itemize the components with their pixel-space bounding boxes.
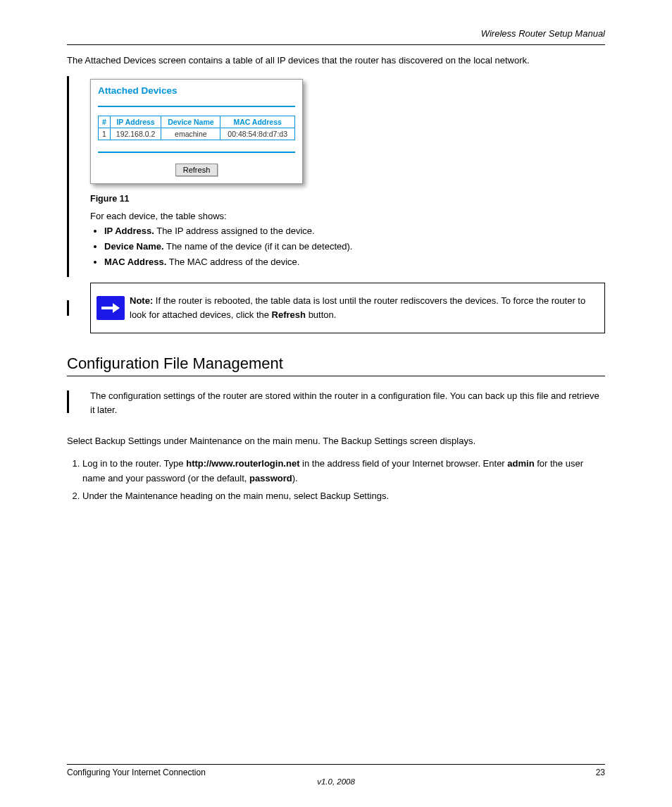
- note-text: Note: If the router is rebooted, the tab…: [130, 283, 604, 333]
- divider-top: [67, 44, 605, 45]
- change-bar: [67, 76, 69, 276]
- page-header-title: Wireless Router Setup Manual: [67, 28, 605, 43]
- bullet-label: IP Address.: [104, 226, 154, 236]
- note-body-2: button.: [306, 309, 336, 320]
- devices-table: # IP Address Device Name MAC Address 1 1…: [98, 116, 295, 140]
- bullet-text: The IP address assigned to the device.: [154, 226, 315, 236]
- change-bar: [67, 300, 69, 316]
- col-header-mac: MAC Address: [220, 116, 295, 128]
- divider-section: [67, 376, 605, 376]
- info-list: IP Address. The IP address assigned to t…: [90, 224, 605, 269]
- step2-text: Under the Maintenance heading on the mai…: [82, 491, 389, 501]
- footer-version: v1.0, 2008: [317, 777, 355, 786]
- attached-devices-panel: Attached Devices # IP Address Device Nam…: [90, 79, 303, 184]
- list-item: IP Address. The IP address assigned to t…: [104, 224, 605, 238]
- footer-page-number: 23: [596, 768, 605, 777]
- changed-block-note: Note: If the router is rebooted, the tab…: [67, 283, 605, 333]
- bullet-label: MAC Address.: [104, 257, 166, 267]
- intro-sentence-1: The Attached Devices screen contains a t…: [67, 55, 530, 66]
- arrow-right-icon: [97, 296, 125, 320]
- footer-left: Configuring Your Internet Connection: [67, 768, 206, 777]
- changed-block-panel: Attached Devices # IP Address Device Nam…: [67, 76, 605, 276]
- bullet-label: Device Name.: [104, 241, 164, 252]
- bullet-lead: For each device, the table shows:: [90, 211, 605, 221]
- note-icon-cell: [91, 283, 130, 333]
- note-body-1: If the router is rebooted, the table dat…: [130, 295, 585, 320]
- step1-part1: Log in to the router. Type: [82, 458, 186, 469]
- panel-divider-top: [98, 106, 295, 107]
- intro-text: The Attached Devices screen contains a t…: [67, 54, 605, 68]
- step1-password: password: [249, 473, 292, 483]
- note-refresh-word: Refresh: [272, 309, 306, 320]
- change-bar: [67, 390, 69, 413]
- steps-lead: Select Backup Settings under Maintenance…: [67, 434, 605, 448]
- page-footer: Configuring Your Internet Connection 23 …: [67, 758, 605, 786]
- step-item: Under the Maintenance heading on the mai…: [82, 489, 605, 504]
- step1-part4: ).: [292, 473, 298, 483]
- col-header-num: #: [99, 116, 111, 128]
- note-box: Note: If the router is rebooted, the tab…: [90, 283, 605, 333]
- list-item: MAC Address. The MAC address of the devi…: [104, 255, 605, 269]
- figure-caption: Figure 11: [90, 194, 605, 204]
- step1-part2: in the address field of your Internet br…: [299, 458, 507, 469]
- step1-url: http://www.routerlogin.net: [186, 458, 299, 469]
- table-row: 1 192.168.0.2 emachine 00:48:54:8d:d7:d3: [99, 128, 295, 140]
- note-label: Note:: [130, 295, 153, 306]
- steps-list: Log in to the router. Type http://www.ro…: [67, 457, 605, 503]
- changed-block-section: The configuration settings of the router…: [67, 389, 605, 426]
- col-header-ip: IP Address: [110, 116, 161, 128]
- step-item: Log in to the router. Type http://www.ro…: [82, 457, 605, 486]
- refresh-button[interactable]: Refresh: [175, 164, 218, 176]
- cell-ip: 192.168.0.2: [110, 128, 161, 140]
- cell-device: emachine: [161, 128, 220, 140]
- table-header-row: # IP Address Device Name MAC Address: [99, 116, 295, 128]
- bullet-text: The MAC address of the device.: [166, 257, 299, 267]
- panel-divider-bottom: [98, 152, 295, 153]
- cell-num: 1: [99, 128, 111, 140]
- step1-admin: admin: [507, 458, 534, 469]
- section-intro: The configuration settings of the router…: [90, 389, 605, 417]
- section-heading: Configuration File Management: [67, 355, 605, 373]
- bullet-text: The name of the device (if it can be det…: [164, 241, 353, 252]
- list-item: Device Name. The name of the device (if …: [104, 240, 605, 254]
- cell-mac: 00:48:54:8d:d7:d3: [220, 128, 295, 140]
- divider-footer: [67, 764, 605, 765]
- panel-title: Attached Devices: [98, 85, 295, 100]
- col-header-device: Device Name: [161, 116, 220, 128]
